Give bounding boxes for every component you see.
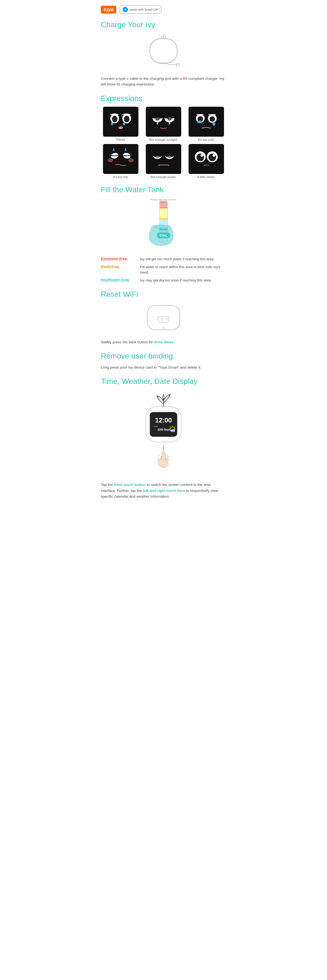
expression-label-power: Not enough power.	[150, 175, 177, 178]
svg-point-38	[168, 156, 171, 158]
header: tuya works with Smart Life	[101, 5, 226, 14]
time-weather-section-title: Time, Weather, Date Display	[101, 377, 226, 386]
water-tank-section-title: Fill the Water Tank	[101, 185, 226, 194]
svg-point-25	[212, 122, 215, 126]
time-weather-description: Tap the front touch button to switch the…	[101, 482, 226, 500]
expression-face-lonely	[188, 144, 224, 174]
legend-insufficient-desc: Ivy may get dry too soon if reaching thi…	[140, 278, 211, 283]
legend-insufficient-label: Insufficient Area:	[101, 278, 136, 282]
expression-thirsty: Thirsty.	[101, 107, 141, 141]
expression-face-sunlight	[146, 107, 181, 137]
time-weather-image: 12:00 TUE 20th-Sept.	[101, 390, 226, 477]
expression-label-cold: It's too cold.	[198, 138, 214, 141]
svg-point-29	[108, 158, 113, 162]
svg-line-40	[158, 165, 159, 166]
expression-label-sunlight: Not enough sunlight.	[149, 138, 178, 141]
expression-label-thirsty: Thirsty.	[116, 138, 126, 141]
expression-label-lonely: A little lonely.	[197, 175, 215, 178]
svg-text:Please add water to about: Please add water to about	[151, 199, 177, 201]
charge-image	[101, 33, 226, 71]
charge-section-title: Charge Your Ivy	[101, 20, 226, 29]
charge-description: Connect a type-c cable to the charging p…	[101, 76, 226, 88]
svg-rect-26	[197, 121, 203, 123]
svg-point-8	[112, 116, 118, 122]
svg-text:TUE: TUE	[153, 425, 158, 428]
reset-wifi-description: Swiftly press the back button for three …	[101, 339, 226, 345]
expression-hot: It's too hot.	[101, 144, 141, 178]
three-times-highlight: three times.	[154, 340, 175, 344]
svg-point-73	[170, 430, 173, 432]
smart-life-label: works with Smart Life	[130, 8, 158, 11]
front-touch-highlight: front touch button	[114, 483, 146, 487]
svg-point-11	[123, 122, 125, 126]
legend-excessive: Excessive Area: Ivy will get too much wa…	[101, 256, 226, 262]
smart-life-icon	[123, 7, 128, 12]
svg-point-46	[201, 154, 203, 157]
legend-good-desc: Fill water to reach within this area to …	[140, 264, 226, 275]
svg-point-20	[169, 122, 170, 125]
svg-point-19	[157, 122, 158, 125]
svg-text:20th-Sept.: 20th-Sept.	[158, 428, 171, 431]
svg-rect-61	[147, 305, 180, 330]
svg-point-10	[111, 122, 113, 126]
svg-rect-2	[150, 39, 177, 63]
svg-point-17	[155, 117, 160, 121]
tuya-logo: tuya	[101, 6, 116, 14]
legend-excessive-desc: Ivy will get too much water if reaching …	[140, 256, 214, 262]
ivy-device-svg	[142, 33, 185, 71]
expression-sunlight: Not enough sunlight.	[144, 107, 183, 141]
remove-binding-title: Remove user binding.	[101, 352, 226, 361]
svg-point-74	[173, 430, 175, 432]
water-tank-image: Good 57mL Please add water to about 40mL	[101, 198, 226, 253]
svg-rect-50	[160, 208, 167, 219]
tuya-logo-text: tuya	[104, 7, 114, 13]
expression-face-thirsty	[103, 107, 139, 137]
remove-binding-description: Long press your Ivy device card in "Tuya…	[101, 364, 226, 371]
svg-point-0	[124, 8, 127, 11]
svg-point-37	[156, 156, 159, 158]
legend-good: Good Area: Fill water to reach within th…	[101, 264, 226, 275]
expression-label-hot: It's too hot.	[113, 175, 128, 178]
svg-line-41	[168, 165, 169, 166]
svg-rect-67	[150, 412, 177, 437]
svg-point-64	[166, 318, 168, 320]
expression-cold: It's too cold.	[186, 107, 226, 141]
svg-point-1	[125, 10, 126, 10]
expression-power: Not enough power.	[144, 144, 183, 178]
legend-excessive-label: Excessive Area:	[101, 256, 136, 261]
svg-rect-62	[158, 316, 169, 322]
svg-point-47	[212, 154, 215, 157]
svg-rect-63	[161, 318, 163, 320]
svg-point-30	[128, 158, 134, 162]
svg-text:12:00: 12:00	[155, 417, 172, 424]
legend-insufficient: Insufficient Area: Ivy may get dry too s…	[101, 278, 226, 283]
lr-touch-highlight: left and right touch bars	[143, 488, 185, 493]
legend-good-label: Good Area:	[101, 264, 136, 269]
expression-lonely: A little lonely.	[186, 144, 226, 178]
svg-point-65	[162, 327, 165, 330]
expression-face-power	[146, 144, 181, 174]
svg-point-24	[209, 116, 215, 122]
expressions-section-title: Expressions	[101, 94, 226, 103]
reset-wifi-section-title: Reset WiFi	[101, 290, 226, 299]
wifi-image	[101, 303, 226, 336]
smart-life-badge: works with Smart Life	[120, 5, 161, 14]
expression-face-cold	[188, 107, 224, 137]
svg-point-18	[167, 117, 172, 121]
svg-point-9	[124, 116, 129, 122]
expression-face-hot	[103, 144, 139, 174]
svg-point-12	[118, 126, 123, 129]
expressions-grid: Thirsty. Not enough sunlight.	[101, 107, 226, 178]
svg-text:40mL: 40mL	[161, 201, 166, 204]
